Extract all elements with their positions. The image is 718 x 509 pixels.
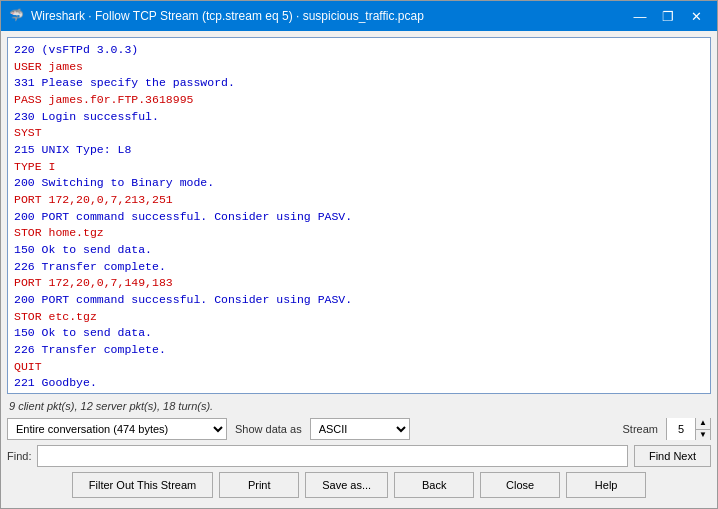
stream-spinner: ▲ ▼ bbox=[666, 418, 711, 440]
stream-line: STOR home.tgz bbox=[14, 225, 704, 242]
conversation-dropdown[interactable]: Entire conversation (474 bytes) bbox=[7, 418, 227, 440]
title-bar: 🦈 Wireshark · Follow TCP Stream (tcp.str… bbox=[1, 1, 717, 31]
stream-line: 200 PORT command successful. Consider us… bbox=[14, 292, 704, 309]
find-label: Find: bbox=[7, 450, 31, 462]
controls-row: Entire conversation (474 bytes) Show dat… bbox=[7, 418, 711, 440]
close-button[interactable]: Close bbox=[480, 472, 560, 498]
stream-line: 220 (vsFTPd 3.0.3) bbox=[14, 42, 704, 59]
stream-down-button[interactable]: ▼ bbox=[696, 430, 710, 441]
stream-line: 226 Transfer complete. bbox=[14, 342, 704, 359]
stream-line: 221 Goodbye. bbox=[14, 375, 704, 392]
filter-out-button[interactable]: Filter Out This Stream bbox=[72, 472, 213, 498]
stream-line: PASS james.f0r.FTP.3618995 bbox=[14, 92, 704, 109]
window-title: Wireshark · Follow TCP Stream (tcp.strea… bbox=[31, 9, 424, 23]
stream-line: PORT 172,20,0,7,149,183 bbox=[14, 275, 704, 292]
show-data-label: Show data as bbox=[235, 423, 302, 435]
print-button[interactable]: Print bbox=[219, 472, 299, 498]
stream-line: 150 Ok to send data. bbox=[14, 242, 704, 259]
stream-label: Stream bbox=[623, 423, 658, 435]
restore-button[interactable]: ❐ bbox=[655, 6, 681, 26]
stream-value-input[interactable] bbox=[667, 418, 695, 440]
stream-up-button[interactable]: ▲ bbox=[696, 418, 710, 430]
stats-row: 9 client pkt(s), 12 server pkt(s), 18 tu… bbox=[7, 399, 711, 413]
app-icon: 🦈 bbox=[9, 8, 25, 24]
help-button[interactable]: Help bbox=[566, 472, 646, 498]
find-next-button[interactable]: Find Next bbox=[634, 445, 711, 467]
stream-line: 226 Transfer complete. bbox=[14, 259, 704, 276]
stream-line: USER james bbox=[14, 59, 704, 76]
ascii-dropdown[interactable]: ASCII Hex Dump C Arrays Raw bbox=[310, 418, 410, 440]
stream-line: 230 Login successful. bbox=[14, 109, 704, 126]
find-input[interactable] bbox=[37, 445, 627, 467]
stream-display[interactable]: 220 (vsFTPd 3.0.3)USER james331 Please s… bbox=[7, 37, 711, 394]
stream-line: QUIT bbox=[14, 359, 704, 376]
close-window-button[interactable]: ✕ bbox=[683, 6, 709, 26]
window-controls: — ❐ ✕ bbox=[627, 6, 709, 26]
back-button[interactable]: Back bbox=[394, 472, 474, 498]
stream-line: 150 Ok to send data. bbox=[14, 325, 704, 342]
spinner-buttons: ▲ ▼ bbox=[695, 418, 710, 440]
title-bar-left: 🦈 Wireshark · Follow TCP Stream (tcp.str… bbox=[9, 8, 424, 24]
save-as-button[interactable]: Save as... bbox=[305, 472, 388, 498]
stream-line: 331 Please specify the password. bbox=[14, 75, 704, 92]
content-area: 220 (vsFTPd 3.0.3)USER james331 Please s… bbox=[1, 31, 717, 508]
stream-line: 200 Switching to Binary mode. bbox=[14, 175, 704, 192]
stream-line: PORT 172,20,0,7,213,251 bbox=[14, 192, 704, 209]
buttons-row: Filter Out This Stream Print Save as... … bbox=[7, 472, 711, 502]
stream-line: 215 UNIX Type: L8 bbox=[14, 142, 704, 159]
stream-line: TYPE I bbox=[14, 159, 704, 176]
find-row: Find: Find Next bbox=[7, 445, 711, 467]
minimize-button[interactable]: — bbox=[627, 6, 653, 26]
stream-line: STOR etc.tgz bbox=[14, 309, 704, 326]
stream-line: 200 PORT command successful. Consider us… bbox=[14, 209, 704, 226]
main-window: 🦈 Wireshark · Follow TCP Stream (tcp.str… bbox=[0, 0, 718, 509]
stream-line: SYST bbox=[14, 125, 704, 142]
